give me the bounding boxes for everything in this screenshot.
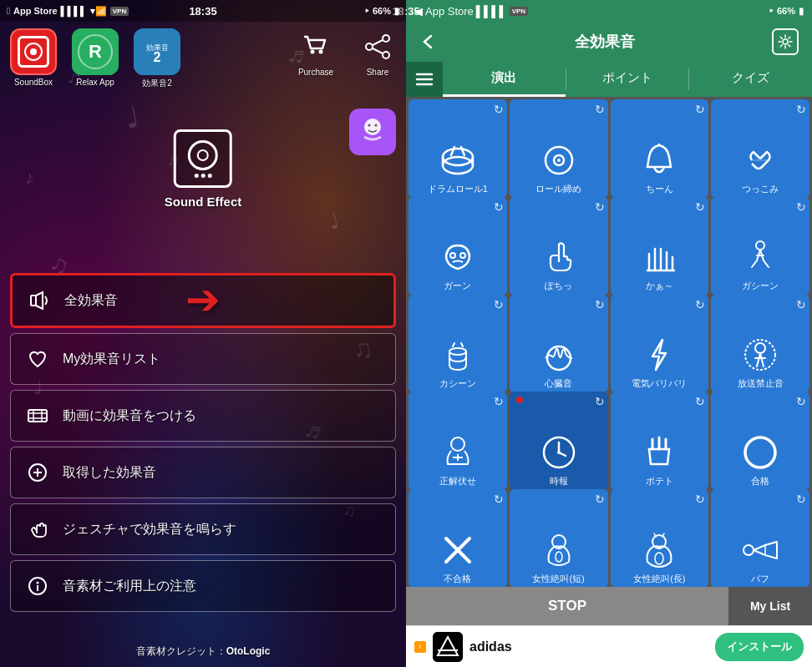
settings-button[interactable] — [772, 28, 799, 55]
install-button[interactable]: インストール — [715, 633, 804, 661]
sound-label-roll: ロール締め — [535, 184, 581, 195]
kouka2-app-icon[interactable]: 効果音 2 効果音2 — [134, 28, 180, 89]
sound-cell-mask[interactable]: ↻ ガーン — [409, 197, 507, 296]
sound-cell-scream2[interactable]: ↻ 女性絶叫(長) — [611, 489, 709, 587]
sound-cell-forbidden[interactable]: ↻ 放送禁止音 — [711, 295, 809, 393]
speaker-dot-2 — [201, 174, 206, 178]
sound-cell-clock[interactable]: ↻ 時報 — [510, 392, 608, 490]
battery-icon-left: ▮ — [394, 6, 399, 17]
battery-label-left: 66% — [373, 6, 391, 16]
cross-svg — [438, 530, 478, 570]
sound-cell-heart[interactable]: ↻ 心臓音 — [510, 295, 608, 393]
ad-logo — [433, 632, 463, 662]
sound-cell-clap[interactable]: ↻ つっこみ — [711, 99, 809, 198]
repeat-icon-9: ↻ — [595, 298, 605, 311]
sound-cell-lightning[interactable]: ↻ 電気バリバリ — [611, 295, 709, 393]
svg-point-28 — [783, 39, 788, 44]
tab-quiz[interactable]: クイズ — [689, 62, 812, 97]
tab-menu-button[interactable] — [406, 62, 443, 97]
svg-point-13 — [364, 119, 381, 135]
sound-cell-drumroll[interactable]: ↻ ドラムロール1 — [409, 99, 507, 198]
svg-point-54 — [755, 343, 765, 353]
forbidden-svg — [740, 335, 780, 375]
sound-cell-touch[interactable]: ↻ ぽちっ — [510, 197, 608, 296]
sound-cell-fries[interactable]: ↻ ポテト — [611, 392, 709, 490]
sound-cell-trumpet[interactable]: ↻ バフ — [711, 489, 809, 587]
apple-icon:  — [7, 6, 10, 16]
sound-cell-dancer[interactable]: ↻ ガシーン — [711, 197, 809, 296]
soundbox-app-icon[interactable]: SoundBox — [10, 28, 57, 87]
svg-point-7 — [319, 50, 323, 54]
sound-label-pass: 合格 — [751, 476, 769, 487]
shush-svg — [438, 432, 478, 472]
sound-cell-bell[interactable]: ↻ ちーん — [611, 99, 709, 198]
purchase-icon-item[interactable]: Purchase — [297, 28, 334, 77]
sound-cell-hand5[interactable]: ↻ かぁ～ — [611, 197, 709, 296]
sound-cell-scream1[interactable]: ↻ 女性絶叫(短) — [510, 489, 608, 587]
tab-point[interactable]: ポイント — [566, 62, 689, 97]
svg-point-42 — [450, 253, 455, 258]
menu-text-acquired: 取得した効果音 — [63, 464, 156, 482]
app-store-right: App Store — [425, 5, 474, 18]
menu-item-video[interactable]: 動画に効果音をつける — [10, 390, 396, 442]
cart-svg — [301, 32, 331, 62]
menu-item-acquired[interactable]: 取得した効果音 — [10, 447, 396, 498]
credit-brand: OtoLogic — [226, 645, 271, 657]
mylist-button[interactable]: My List — [728, 587, 812, 625]
speaker-inner — [197, 149, 209, 161]
heart-icon-svg — [27, 348, 48, 370]
svg-line-52 — [461, 343, 463, 346]
tab-enshutsu[interactable]: 演出 — [443, 62, 566, 97]
tab-quiz-label: クイズ — [732, 70, 769, 86]
sound-cell-roll[interactable]: ↻ ロール締め — [510, 99, 608, 198]
scream2-svg — [639, 530, 679, 570]
location-right: ‣ — [769, 6, 774, 17]
menu-item-gesture[interactable]: ジェスチャで効果音を鳴らす — [10, 503, 396, 555]
sound-cell-fail[interactable]: ↻ 不合格 — [409, 489, 507, 587]
sound-label-bell: ちーん — [646, 184, 673, 195]
speaker-center: Sound Effect — [165, 129, 242, 209]
dancer-svg — [740, 237, 780, 277]
share-icon-item[interactable]: Share — [359, 28, 396, 77]
stop-button[interactable]: STOP — [406, 587, 728, 625]
cross-icon — [436, 528, 480, 572]
sound-grid: ↻ ドラムロール1 ↻ — [406, 97, 812, 587]
relax-app-icon[interactable]: R Relax App — [72, 28, 119, 87]
repeat-icon-11: ↻ — [796, 298, 806, 311]
svg-point-14 — [368, 124, 371, 127]
drum-svg — [438, 140, 478, 180]
sound-label-mask: ガーン — [444, 280, 471, 291]
sound-label-fail: 不合格 — [444, 574, 471, 584]
shush-icon — [436, 431, 480, 474]
location-icon: ‣ — [364, 6, 369, 17]
bell-svg — [639, 140, 679, 180]
sound-label-clap: つっこみ — [742, 184, 779, 195]
back-arrow-icon — [419, 33, 438, 51]
baby-icon-container[interactable] — [349, 109, 396, 155]
speaker-dots — [195, 174, 212, 178]
scream2-icon — [637, 528, 681, 572]
repeat-icon-14: ↻ — [695, 395, 705, 408]
svg-point-72 — [655, 553, 663, 564]
menu-text-gesture: ジェスチャで効果音を鳴らす — [63, 521, 236, 538]
svg-text:2: 2 — [154, 50, 161, 64]
heart-sound-icon — [537, 333, 581, 376]
mask-svg — [438, 237, 478, 277]
cart-icon — [297, 28, 334, 65]
menu-item-info[interactable]: 音素材ご利用上の注意 — [10, 560, 396, 612]
sound-cell-coins[interactable]: ↻ カシーン — [409, 295, 507, 393]
status-right-group-left: ‣ 66% ▮ — [364, 6, 399, 17]
lightning-icon — [637, 333, 681, 376]
menu-item-my-list[interactable]: My効果音リスト — [10, 333, 396, 385]
hand5-icon — [637, 235, 681, 279]
sound-cell-pass[interactable]: ↻ 合格 — [711, 392, 809, 490]
soundbox-icon-img — [10, 28, 57, 75]
coins-icon — [436, 333, 480, 376]
back-button[interactable] — [419, 33, 438, 51]
menu-text-video: 動画に効果音をつける — [63, 407, 196, 425]
sound-cell-shush[interactable]: ↻ 正解伏せ — [409, 392, 507, 490]
baby-svg — [356, 115, 389, 149]
tab-point-label: ポイント — [602, 70, 652, 86]
battery-icon-right: ▮ — [799, 6, 804, 17]
svg-line-11 — [373, 40, 383, 45]
